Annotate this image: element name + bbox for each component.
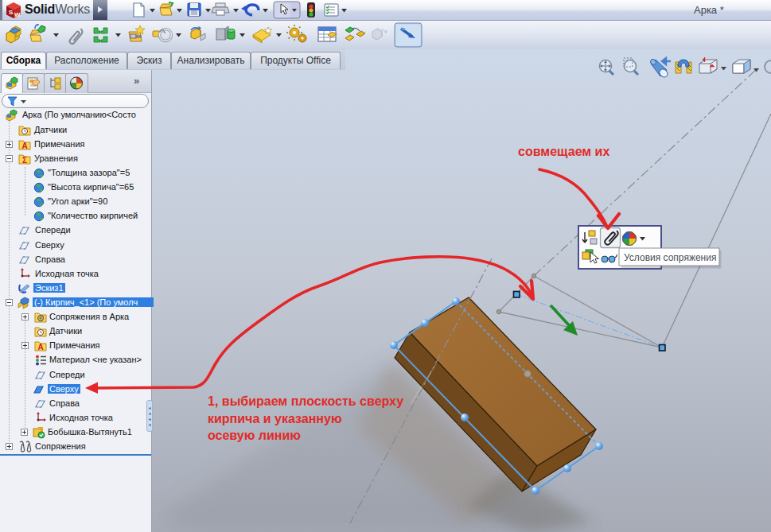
svg-text:A: A (21, 142, 27, 150)
svg-text:Условия сопряжения: Условия сопряжения (624, 252, 716, 263)
svg-text:Σ: Σ (22, 156, 27, 165)
svg-text:W: W (14, 11, 21, 18)
svg-text:S: S (9, 9, 14, 16)
svg-text:A: A (37, 343, 43, 351)
